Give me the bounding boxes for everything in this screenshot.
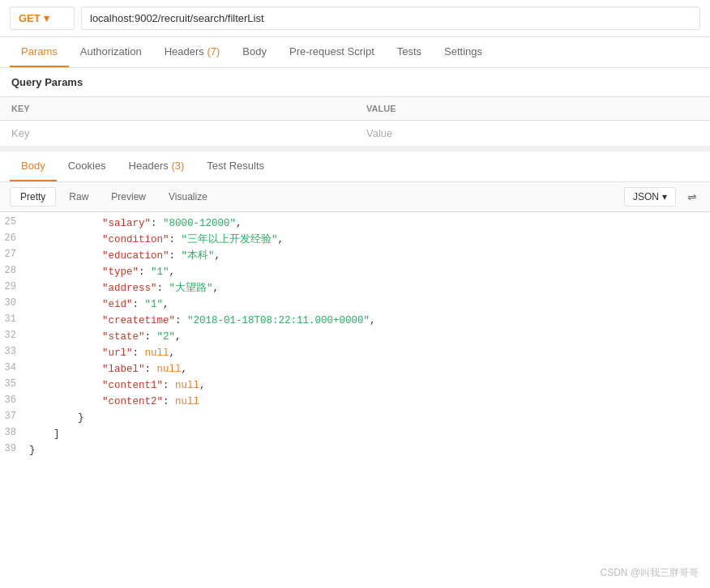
json-plain	[29, 250, 102, 262]
code-line: 39}	[0, 442, 710, 458]
json-key: "address"	[102, 283, 157, 294]
line-content: "condition": "三年以上开发经验",	[29, 232, 710, 248]
json-key: "content2"	[102, 396, 163, 407]
json-plain: ,	[278, 234, 284, 245]
json-plain	[29, 283, 102, 294]
code-line: 25 "salary": "8000-12000",	[0, 215, 710, 232]
sub-tab-visualize[interactable]: Visualize	[159, 188, 217, 206]
json-string: "2"	[157, 331, 176, 343]
json-plain: :	[151, 218, 163, 229]
json-plain: ,	[169, 347, 176, 359]
line-number: 39	[0, 442, 29, 454]
json-plain: :	[133, 299, 145, 310]
json-plain	[29, 331, 102, 343]
response-section: Body Cookies Headers (3) Test Results Pr…	[0, 147, 710, 462]
json-plain	[29, 364, 102, 375]
line-number: 26	[0, 232, 29, 244]
tab-prerequest[interactable]: Pre-request Script	[278, 37, 386, 67]
line-number: 33	[0, 345, 29, 357]
json-plain: ,	[199, 380, 206, 391]
code-line: 29 "address": "大望路",	[0, 280, 710, 296]
line-number: 30	[0, 296, 29, 309]
tab-settings[interactable]: Settings	[433, 37, 494, 67]
response-tab-cookies[interactable]: Cookies	[57, 151, 118, 181]
json-key: "content1"	[102, 380, 163, 391]
json-string: "1"	[151, 266, 169, 278]
json-key: "createtime"	[102, 315, 175, 326]
json-plain: ,	[213, 283, 220, 294]
json-plain	[29, 396, 102, 407]
method-selector[interactable]: GET ▾	[10, 6, 75, 30]
json-key: "education"	[102, 250, 169, 262]
response-tab-headers[interactable]: Headers (3)	[118, 151, 196, 181]
json-plain: :	[145, 364, 157, 375]
code-line: 28 "type": "1",	[0, 264, 710, 280]
json-plain	[29, 315, 102, 326]
method-label: GET	[19, 12, 41, 24]
format-selector[interactable]: JSON ▾	[624, 187, 676, 207]
line-number: 32	[0, 329, 29, 341]
json-plain: :	[175, 315, 187, 326]
json-plain	[29, 299, 102, 310]
json-plain: :	[163, 396, 175, 407]
json-plain: ,	[370, 315, 376, 326]
tab-tests[interactable]: Tests	[386, 37, 433, 67]
json-string: "本科"	[182, 250, 215, 262]
line-content: "address": "大望路",	[29, 280, 710, 296]
code-line: 33 "url": null,	[0, 345, 710, 361]
json-key: "state"	[102, 331, 145, 343]
params-table: KEY VALUE Key Value	[0, 97, 710, 147]
response-tab-testresults[interactable]: Test Results	[195, 151, 276, 181]
json-plain: :	[169, 234, 182, 245]
json-plain: ,	[215, 250, 221, 262]
format-label: JSON	[633, 191, 659, 202]
query-params-header: Query Params	[0, 68, 710, 97]
sub-tab-raw[interactable]: Raw	[59, 188, 98, 206]
line-content: "createtime": "2018-01-18T08:22:11.000+0…	[29, 313, 710, 329]
sub-tab-preview[interactable]: Preview	[101, 188, 156, 206]
line-number: 38	[0, 426, 29, 438]
json-plain: :	[145, 331, 157, 343]
json-plain	[29, 266, 102, 278]
line-content: "content2": null	[29, 394, 710, 410]
line-number: 35	[0, 377, 29, 390]
tab-authorization[interactable]: Authorization	[69, 37, 153, 67]
tab-params[interactable]: Params	[10, 37, 69, 67]
json-string: "2018-01-18T08:22:11.000+0000"	[187, 315, 370, 326]
json-plain: :	[157, 283, 169, 294]
response-tab-body[interactable]: Body	[10, 151, 57, 181]
json-plain	[29, 380, 102, 391]
json-plain	[29, 428, 53, 440]
json-plain: :	[163, 380, 175, 391]
line-content: "label": null,	[29, 361, 710, 377]
line-number: 37	[0, 410, 29, 422]
tab-headers[interactable]: Headers (7)	[153, 37, 232, 67]
method-chevron: ▾	[44, 12, 49, 24]
json-string: "大望路"	[169, 283, 213, 294]
json-null: null	[175, 396, 199, 407]
json-bracket: }	[29, 445, 36, 456]
line-content: "type": "1",	[29, 264, 710, 280]
json-plain: ,	[163, 299, 169, 310]
param-key-cell[interactable]: Key	[0, 121, 355, 147]
code-area: 25 "salary": "8000-12000",26 "condition"…	[0, 212, 710, 462]
json-key: "salary"	[102, 218, 151, 229]
json-plain	[29, 234, 102, 245]
col-key-header: KEY	[0, 97, 355, 121]
response-tabs-bar: Body Cookies Headers (3) Test Results	[0, 151, 710, 182]
code-line: 37 }	[0, 410, 710, 426]
line-number: 36	[0, 394, 29, 406]
json-plain: ,	[175, 331, 182, 343]
sub-tab-pretty[interactable]: Pretty	[10, 187, 56, 207]
json-plain: :	[139, 266, 151, 278]
code-line: 26 "condition": "三年以上开发经验",	[0, 232, 710, 248]
json-plain: :	[169, 250, 182, 262]
filter-icon[interactable]: ⇌	[684, 187, 700, 207]
param-value-cell[interactable]: Value	[355, 121, 710, 147]
json-string: "1"	[145, 299, 164, 310]
table-row: Key Value	[0, 121, 710, 147]
tab-body[interactable]: Body	[231, 37, 278, 67]
line-content: "content1": null,	[29, 377, 710, 394]
url-input[interactable]	[81, 6, 700, 30]
line-number: 29	[0, 280, 29, 292]
